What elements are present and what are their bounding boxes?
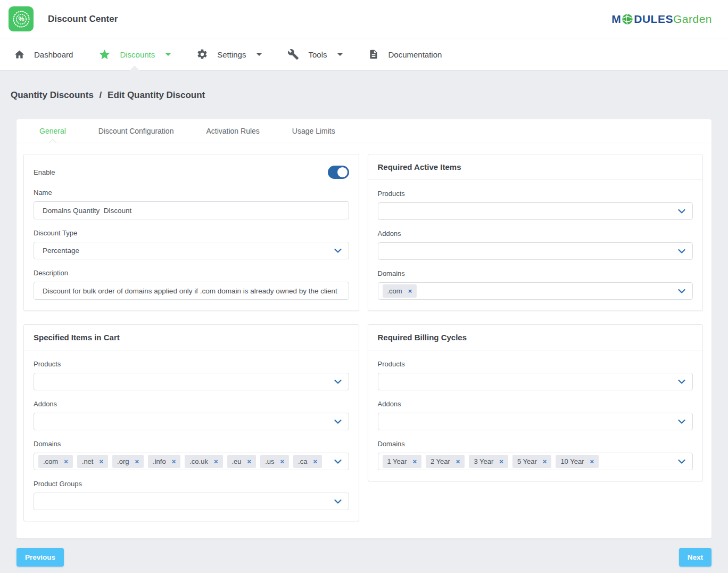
selected-tag: 10 Year×: [556, 455, 599, 468]
selected-tag: 3 Year×: [469, 455, 508, 468]
wrench-icon: [287, 48, 299, 60]
discount-type-select[interactable]: Percentage: [34, 242, 349, 259]
modulesgarden-logo[interactable]: M DULES Garden: [611, 13, 712, 26]
chevron-down-icon: [678, 289, 685, 293]
remove-tag-icon[interactable]: ×: [214, 457, 218, 466]
discount-type-label: Discount Type: [34, 229, 349, 237]
main-nav: Dashboard Discounts Settings Tools Docum…: [0, 38, 728, 71]
enable-label: Enable: [34, 168, 55, 176]
remove-tag-icon[interactable]: ×: [99, 457, 103, 466]
tag-label: .co.uk: [189, 457, 208, 466]
remove-tag-icon[interactable]: ×: [247, 457, 252, 466]
products-label: Products: [378, 190, 693, 198]
required-active-domains-select[interactable]: .com×: [378, 282, 693, 300]
selected-tag: 2 Year×: [426, 455, 465, 468]
chevron-down-icon: [334, 419, 342, 424]
remove-tag-icon[interactable]: ×: [412, 457, 417, 466]
selected-tag: .net×: [77, 455, 108, 468]
description-input[interactable]: [34, 282, 349, 300]
selected-tags: .com×: [383, 284, 417, 298]
products-label: Products: [34, 360, 349, 368]
svg-text:%: %: [18, 15, 24, 23]
products-label: Products: [378, 360, 693, 368]
required-active-items-card: Required Active Items Products Addons: [368, 154, 704, 311]
nav-label: Discounts: [120, 50, 155, 59]
nav-item-documentation[interactable]: Documentation: [355, 38, 454, 70]
next-button[interactable]: Next: [679, 548, 712, 567]
enable-toggle[interactable]: [328, 166, 349, 179]
chevron-down-icon: [678, 249, 685, 253]
tab-bar: General Discount Configuration Activatio…: [16, 119, 712, 143]
card-title: Required Billing Cycles: [368, 325, 703, 350]
home-icon: [14, 49, 25, 60]
required-active-products-select[interactable]: [378, 202, 693, 220]
domains-label: Domains: [378, 269, 693, 277]
addons-label: Addons: [378, 400, 693, 408]
remove-tag-icon[interactable]: ×: [499, 457, 503, 466]
billing-products-select[interactable]: [378, 373, 693, 390]
nav-label: Tools: [308, 50, 327, 59]
required-active-addons-select[interactable]: [378, 242, 693, 260]
content-panel: General Discount Configuration Activatio…: [16, 119, 712, 538]
page-title: Discount Center: [48, 14, 118, 24]
tag-label: 10 Year: [560, 457, 584, 466]
tag-label: 3 Year: [474, 457, 493, 466]
tab-discount-configuration[interactable]: Discount Configuration: [98, 119, 174, 143]
description-label: Description: [34, 269, 349, 277]
remove-tag-icon[interactable]: ×: [543, 457, 547, 466]
cart-domains-select[interactable]: .com× .net× .org× .info× .co.uk× .eu×: [34, 453, 349, 470]
specified-items-in-cart-card: Specified Items in Cart Products Addons: [23, 324, 359, 521]
chevron-down-icon: [678, 459, 685, 464]
remove-tag-icon[interactable]: ×: [456, 457, 460, 466]
breadcrumb-section[interactable]: Quantity Discounts: [11, 90, 94, 100]
nav-label: Documentation: [388, 50, 442, 59]
billing-addons-select[interactable]: [378, 413, 693, 430]
tag-label: .eu: [232, 457, 242, 466]
tag-label: .net: [82, 457, 94, 466]
cart-addons-select[interactable]: [34, 413, 349, 430]
cart-products-select[interactable]: [34, 373, 349, 390]
selected-tag: .co.uk×: [185, 455, 222, 468]
nav-label: Dashboard: [34, 50, 73, 59]
remove-tag-icon[interactable]: ×: [590, 457, 594, 466]
tag-label: .org: [117, 457, 129, 466]
brand-part3: Garden: [673, 13, 712, 26]
toggle-knob: [337, 167, 348, 177]
required-billing-cycles-card: Required Billing Cycles Products Addons: [368, 324, 704, 481]
remove-tag-icon[interactable]: ×: [313, 457, 317, 466]
discount-type-value: Percentage: [38, 247, 79, 255]
previous-button[interactable]: Previous: [16, 548, 64, 567]
tab-activation-rules[interactable]: Activation Rules: [206, 119, 259, 143]
billing-domains-select[interactable]: 1 Year× 2 Year× 3 Year× 5 Year× 10 Year×: [378, 453, 693, 470]
tag-label: .com: [43, 457, 58, 466]
addons-label: Addons: [378, 230, 693, 238]
breadcrumb-page: Edit Quantity Discount: [107, 90, 205, 100]
remove-tag-icon[interactable]: ×: [64, 457, 68, 466]
breadcrumb: Quantity Discounts / Edit Quantity Disco…: [0, 71, 728, 101]
remove-tag-icon[interactable]: ×: [280, 457, 285, 466]
star-icon: [98, 48, 111, 61]
brand-part2: DULES: [634, 13, 673, 26]
tag-label: .us: [265, 457, 274, 466]
chevron-down-icon: [678, 419, 685, 424]
remove-tag-icon[interactable]: ×: [408, 286, 412, 296]
remove-tag-icon[interactable]: ×: [135, 457, 139, 466]
tab-general[interactable]: General: [39, 119, 66, 143]
card-title: Required Active Items: [368, 154, 703, 180]
selected-tag: .info×: [148, 455, 180, 468]
name-label: Name: [34, 189, 349, 197]
tag-label: .info: [153, 457, 166, 466]
nav-item-discounts[interactable]: Discounts: [86, 38, 184, 70]
document-icon: [368, 49, 379, 60]
nav-item-tools[interactable]: Tools: [275, 38, 355, 70]
discount-center-logo: %: [9, 6, 34, 31]
nav-item-dashboard[interactable]: Dashboard: [1, 38, 86, 70]
chevron-down-icon: [337, 53, 343, 56]
tag-label: 1 Year: [387, 457, 407, 466]
cart-product-groups-select[interactable]: [34, 493, 349, 510]
name-input[interactable]: [34, 201, 349, 219]
remove-tag-icon[interactable]: ×: [172, 457, 176, 466]
tab-usage-limits[interactable]: Usage Limits: [292, 119, 335, 143]
nav-item-settings[interactable]: Settings: [184, 38, 275, 70]
percent-badge-icon: %: [11, 9, 32, 30]
